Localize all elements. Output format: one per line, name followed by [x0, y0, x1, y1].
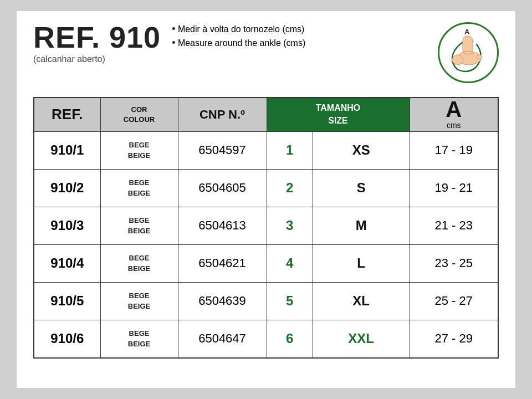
td-colour: BEGEBEIGE: [100, 131, 178, 169]
td-cnp: 6504639: [178, 282, 267, 320]
td-colour: BEGEBEIGE: [100, 169, 178, 207]
th-a-unit: cms: [410, 120, 498, 131]
table-row: 910/6 BEGEBEIGE 6504647 6 XXL 27 - 29: [34, 320, 498, 358]
td-cnp: 6504647: [178, 320, 267, 358]
td-size: M: [313, 207, 410, 244]
td-size: XXL: [313, 320, 410, 358]
svg-text:A: A: [464, 28, 470, 36]
table-header-row: REF. COR COLOUR CNP N.º TAMANHO SIZE A c…: [34, 98, 498, 131]
td-colour: BEGEBEIGE: [100, 282, 178, 320]
ref-subtitle: (calcanhar aberto): [33, 54, 105, 64]
th-ref-label: REF.: [52, 106, 83, 122]
td-ref: 910/5: [34, 282, 100, 320]
td-cnp: 6504621: [178, 244, 267, 282]
ankle-svg: A: [443, 28, 493, 78]
td-range: 23 - 25: [410, 244, 498, 282]
td-cnp: 6504597: [178, 131, 267, 169]
td-num: 3: [267, 207, 313, 244]
td-num: 4: [267, 244, 313, 282]
td-num: 5: [267, 282, 313, 320]
th-colour: COR COLOUR: [100, 98, 178, 131]
td-size: L: [313, 244, 410, 282]
instructions-section: • Medir à volta do tornozelo (cms) • Mea…: [161, 22, 438, 50]
table-row: 910/5 BEGEBEIGE 6504639 5 XL 25 - 27: [34, 282, 498, 320]
td-range: 21 - 23: [410, 207, 498, 244]
th-cnp: CNP N.º: [178, 98, 267, 131]
td-range: 27 - 29: [410, 320, 498, 358]
ref-title: REF. 910: [33, 22, 161, 52]
td-size: XS: [313, 131, 410, 169]
bullet-dot-2: •: [172, 37, 175, 48]
th-colour-pt: COR: [131, 105, 147, 114]
instruction-text-2: Measure around the ankle (cms): [178, 38, 305, 48]
th-size: TAMANHO SIZE: [267, 98, 410, 131]
td-size: XL: [313, 282, 410, 320]
bullet-dot-1: •: [172, 23, 175, 34]
td-size: S: [313, 169, 410, 207]
page-wrapper: REF. 910 (calcanhar aberto) • Medir à vo…: [17, 11, 515, 388]
instruction-text-1: Medir à volta do tornozelo (cms): [178, 24, 305, 34]
td-cnp: 6504613: [178, 207, 267, 244]
th-cnp-label: CNP N.º: [200, 108, 245, 121]
table-row: 910/2 BEGEBEIGE 6504605 2 S 19 - 21: [34, 169, 498, 207]
instruction-2: • Measure around the ankle (cms): [172, 36, 427, 50]
td-ref: 910/4: [34, 244, 100, 282]
td-ref: 910/1: [34, 131, 100, 169]
td-ref: 910/3: [34, 207, 100, 244]
header-section: REF. 910 (calcanhar aberto) • Medir à vo…: [33, 22, 499, 83]
td-range: 19 - 21: [410, 169, 498, 207]
th-a: A cms: [410, 98, 498, 131]
td-ref: 910/6: [34, 320, 100, 358]
td-colour: BEGEBEIGE: [100, 320, 178, 358]
table-row: 910/4 BEGEBEIGE 6504621 4 L 23 - 25: [34, 244, 498, 282]
svg-point-4: [452, 55, 463, 65]
td-num: 1: [267, 131, 313, 169]
td-num: 6: [267, 320, 313, 358]
td-range: 25 - 27: [410, 282, 498, 320]
instruction-1: • Medir à volta do tornozelo (cms): [172, 22, 427, 36]
title-section: REF. 910 (calcanhar aberto): [33, 22, 161, 64]
td-num: 2: [267, 169, 313, 207]
td-colour: BEGEBEIGE: [100, 207, 178, 244]
size-table: REF. COR COLOUR CNP N.º TAMANHO SIZE A c…: [33, 97, 499, 359]
svg-point-5: [477, 55, 482, 59]
td-range: 17 - 19: [410, 131, 498, 169]
td-colour: BEGEBEIGE: [100, 244, 178, 282]
td-ref: 910/2: [34, 169, 100, 207]
th-colour-en: COLOUR: [124, 115, 155, 124]
ankle-diagram: A: [438, 22, 499, 83]
th-tamanho-en: SIZE: [328, 116, 348, 125]
th-ref: REF.: [34, 98, 100, 131]
table-body: 910/1 BEGEBEIGE 6504597 1 XS 17 - 19 910…: [34, 131, 498, 358]
table-row: 910/1 BEGEBEIGE 6504597 1 XS 17 - 19: [34, 131, 498, 169]
td-cnp: 6504605: [178, 169, 267, 207]
th-tamanho-pt: TAMANHO: [316, 103, 361, 112]
table-row: 910/3 BEGEBEIGE 6504613 3 M 21 - 23: [34, 207, 498, 244]
svg-rect-2: [463, 36, 473, 54]
th-a-label: A: [446, 97, 462, 121]
